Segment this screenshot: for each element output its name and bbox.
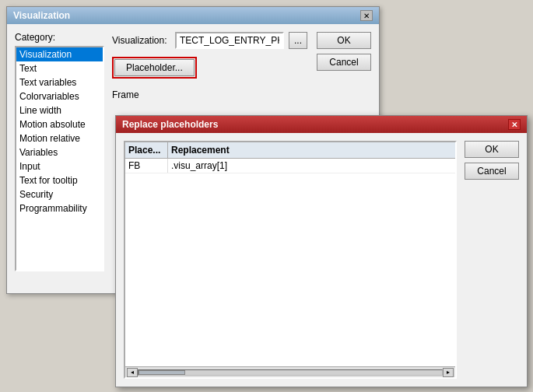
category-item-line-width[interactable]: Line width <box>16 103 103 117</box>
col-replacement-header: Replacement <box>168 142 455 158</box>
category-item-input[interactable]: Input <box>16 159 103 173</box>
category-item-text[interactable]: Text <box>16 61 103 75</box>
replace-ok-button[interactable]: OK <box>465 141 519 158</box>
main-ok-button[interactable]: OK <box>317 32 371 49</box>
main-dialog-titlebar: Visualization ✕ <box>7 7 379 24</box>
table-row[interactable]: FB .visu_array[1] <box>125 159 455 173</box>
scrollbar-track[interactable] <box>138 369 443 376</box>
category-item-motion-absolute[interactable]: Motion absolute <box>16 117 103 131</box>
category-item-variables[interactable]: Variables <box>16 145 103 159</box>
browse-button[interactable]: ... <box>289 32 307 49</box>
main-dialog-close-button[interactable]: ✕ <box>360 10 373 21</box>
category-item-color-variables[interactable]: Colorvariables <box>16 89 103 103</box>
scroll-right-arrow[interactable]: ▸ <box>443 368 454 377</box>
ok-cancel-column: OK Cancel <box>317 32 371 71</box>
replace-ok-cancel-column: OK Cancel <box>465 141 519 379</box>
cell-replacement: .visu_array[1] <box>168 159 455 173</box>
visualization-input[interactable] <box>175 32 284 49</box>
frame-label: Frame <box>112 89 139 100</box>
replace-dialog: Replace placeholders ✕ Place... Replacem… <box>115 115 528 387</box>
col-place-header: Place... <box>125 142 168 158</box>
replace-table: Place... Replacement FB .visu_array[1] ◂… <box>124 141 457 379</box>
category-item-text-for-tooltip[interactable]: Text for tooltip <box>16 173 103 187</box>
horizontal-scrollbar[interactable]: ◂ ▸ <box>125 366 455 377</box>
visualization-field-row: Visualization: ... <box>112 32 312 49</box>
category-list[interactable]: Visualization Text Text variables Colorv… <box>15 46 104 271</box>
category-item-text-variables[interactable]: Text variables <box>16 75 103 89</box>
table-body[interactable]: FB .visu_array[1] <box>125 159 455 366</box>
category-item-visualization[interactable]: Visualization <box>16 47 103 61</box>
category-panel: Category: Visualization Text Text variab… <box>15 32 104 285</box>
scrollbar-thumb[interactable] <box>139 370 185 375</box>
replace-dialog-body: Place... Replacement FB .visu_array[1] ◂… <box>116 133 527 387</box>
placeholder-button[interactable]: Placeholder... <box>114 59 195 76</box>
main-dialog-title: Visualization <box>13 10 70 21</box>
category-label: Category: <box>15 32 104 43</box>
scroll-left-arrow[interactable]: ◂ <box>127 368 138 377</box>
category-item-motion-relative[interactable]: Motion relative <box>16 131 103 145</box>
category-item-security[interactable]: Security <box>16 187 103 201</box>
replace-dialog-close-button[interactable]: ✕ <box>508 119 521 130</box>
category-item-programmability[interactable]: Programmability <box>16 201 103 215</box>
cell-place: FB <box>125 159 168 173</box>
table-header: Place... Replacement <box>125 142 455 159</box>
visualization-label: Visualization: <box>112 35 170 46</box>
replace-cancel-button[interactable]: Cancel <box>465 163 519 180</box>
replace-dialog-titlebar: Replace placeholders ✕ <box>116 116 527 133</box>
replace-dialog-title: Replace placeholders <box>122 119 218 130</box>
placeholder-btn-wrapper: Placeholder... <box>112 57 197 79</box>
main-cancel-button[interactable]: Cancel <box>317 54 371 71</box>
